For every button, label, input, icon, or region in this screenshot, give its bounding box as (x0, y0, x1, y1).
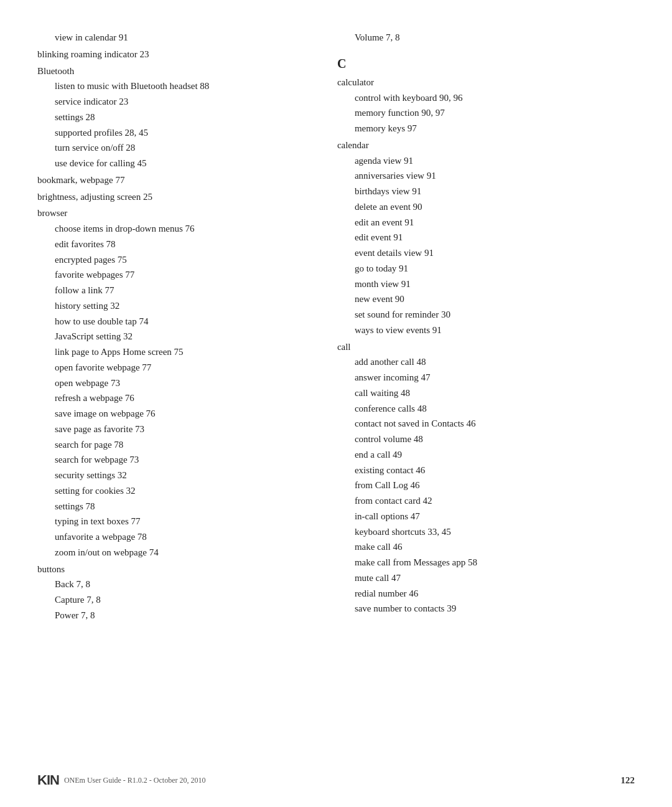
index-entry: open favorite webpage 77 (37, 360, 300, 375)
index-entry: add another call 48 (337, 354, 635, 370)
index-entry: calculator (337, 75, 635, 90)
index-entry: redial number 46 (337, 586, 635, 602)
index-entry: existing contact 46 (337, 463, 635, 478)
index-entry: make call from Messages app 58 (337, 555, 635, 570)
index-entry: new event 90 (337, 291, 635, 307)
index-entry: service indicator 23 (37, 94, 300, 110)
index-entry: calendar (337, 138, 635, 153)
index-entry: answer incoming 47 (337, 370, 635, 385)
footer: KIN ONEm User Guide - R1.0.2 - October 2… (37, 772, 635, 788)
footer-page-number: 122 (621, 775, 635, 786)
index-entry: Back 7, 8 (37, 577, 300, 592)
index-entry: keyboard shortcuts 33, 45 (337, 524, 635, 540)
index-entry: security settings 32 (37, 468, 300, 483)
index-entry: month view 91 (337, 276, 635, 292)
index-entry: control with keyboard 90, 96 (337, 90, 635, 106)
index-entry: control volume 48 (337, 432, 635, 447)
section-header-c: C (337, 57, 635, 71)
index-entry: typing in text boxes 77 (37, 514, 300, 529)
kin-logo: KIN (37, 772, 59, 788)
index-entry: make call 46 (337, 539, 635, 555)
footer-logo-area: KIN ONEm User Guide - R1.0.2 - October 2… (37, 772, 206, 788)
index-entry: from Call Log 46 (337, 478, 635, 493)
index-entry: favorite webpages 77 (37, 267, 300, 283)
index-entry: edit event 91 (337, 230, 635, 245)
index-entry: choose items in drop-down menus 76 (37, 221, 300, 237)
index-entry: save image on webpage 76 (37, 406, 300, 422)
index-entry: search for page 78 (37, 437, 300, 453)
index-entry: JavaScript setting 32 (37, 329, 300, 344)
index-entry: agenda view 91 (337, 153, 635, 169)
index-entry: settings 28 (37, 110, 300, 125)
index-entry: call waiting 48 (337, 385, 635, 401)
index-entry: history setting 32 (37, 298, 300, 314)
index-entry: end a call 49 (337, 447, 635, 463)
index-entry: follow a link 77 (37, 283, 300, 298)
index-entry: save page as favorite 73 (37, 422, 300, 437)
index-entry: anniversaries view 91 (337, 168, 635, 184)
index-entry: save number to contacts 39 (337, 601, 635, 616)
index-entry: use device for calling 45 (37, 156, 300, 171)
index-entry: bookmark, webpage 77 (37, 172, 300, 188)
index-entry: view in calendar 91 (37, 30, 300, 45)
index-entry: unfavorite a webpage 78 (37, 529, 300, 545)
index-entry: listen to music with Bluetooth headset 8… (37, 78, 300, 94)
index-entry: blinking roaming indicator 23 (37, 47, 300, 62)
page: view in calendar 91blinking roaming indi… (0, 0, 672, 807)
index-entry: conference calls 48 (337, 401, 635, 417)
index-entry: Capture 7, 8 (37, 592, 300, 608)
index-entry: Volume 7, 8 (337, 30, 635, 45)
index-entry: ways to view events 91 (337, 323, 635, 338)
index-entry: search for webpage 73 (37, 452, 300, 468)
index-entry: from contact card 42 (337, 493, 635, 509)
index-entry: open webpage 73 (37, 375, 300, 391)
index-entry: Power 7, 8 (37, 608, 300, 623)
index-entry: browser (37, 205, 300, 221)
index-entry: in-call options 47 (337, 509, 635, 524)
index-entry: supported profiles 28, 45 (37, 125, 300, 141)
index-entry: edit favorites 78 (37, 237, 300, 252)
index-entry: brightness, adjusting screen 25 (37, 189, 300, 205)
index-entry: set sound for reminder 30 (337, 307, 635, 323)
right-column: Volume 7, 8Ccalculatorcontrol with keybo… (319, 30, 635, 623)
index-entry: memory function 90, 97 (337, 105, 635, 121)
index-entry: turn service on/off 28 (37, 140, 300, 156)
index-entry: buttons (37, 562, 300, 577)
index-entry: call (337, 339, 635, 355)
index-entry: event details view 91 (337, 245, 635, 261)
index-entry: go to today 91 (337, 261, 635, 276)
footer-guide-text: ONEm User Guide - R1.0.2 - October 20, 2… (64, 776, 206, 785)
index-entry: Bluetooth (37, 64, 300, 79)
index-entry: settings 78 (37, 499, 300, 514)
index-entry: edit an event 91 (337, 215, 635, 230)
index-entry: how to use double tap 74 (37, 314, 300, 329)
index-entry: mute call 47 (337, 570, 635, 586)
index-entry: delete an event 90 (337, 199, 635, 215)
index-entry: contact not saved in Contacts 46 (337, 416, 635, 432)
two-column-layout: view in calendar 91blinking roaming indi… (37, 30, 635, 623)
index-entry: refresh a webpage 76 (37, 390, 300, 406)
index-entry: birthdays view 91 (337, 184, 635, 199)
index-entry: setting for cookies 32 (37, 483, 300, 499)
index-entry: encrypted pages 75 (37, 252, 300, 268)
left-column: view in calendar 91blinking roaming indi… (37, 30, 319, 623)
index-entry: link page to Apps Home screen 75 (37, 344, 300, 360)
index-entry: memory keys 97 (337, 121, 635, 136)
index-entry: zoom in/out on webpage 74 (37, 545, 300, 560)
